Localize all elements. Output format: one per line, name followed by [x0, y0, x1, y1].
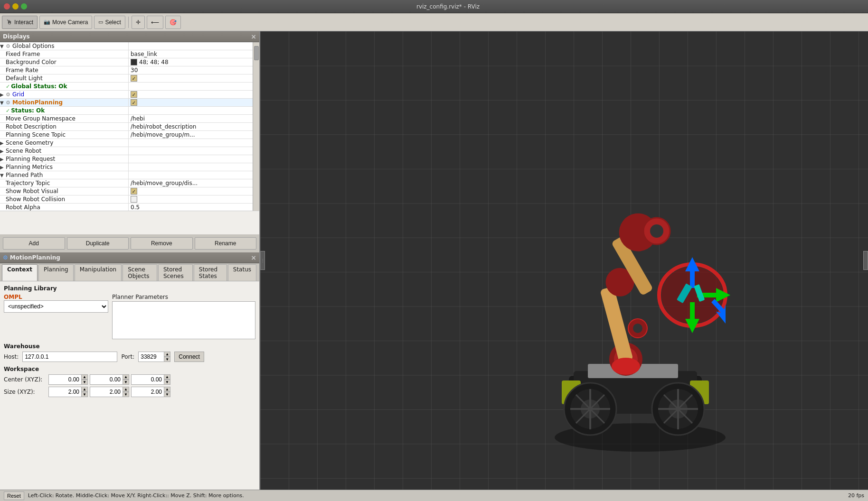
reset-button[interactable]: Reset: [4, 492, 24, 500]
port-input[interactable]: [138, 352, 164, 362]
expand-icon[interactable]: ▼: [0, 173, 6, 178]
tab-planning[interactable]: Planning: [38, 264, 74, 281]
tree-item-value: [128, 139, 253, 147]
motion-content: Planning Library OMPL <unspecified> Plan…: [0, 281, 259, 490]
scroll-thumb[interactable]: [254, 46, 259, 60]
displays-close[interactable]: ×: [251, 33, 256, 40]
size-x-decrement[interactable]: ▼: [81, 392, 88, 397]
center-z-increment[interactable]: ▲: [164, 374, 170, 380]
size-z-decrement[interactable]: ▼: [164, 392, 170, 397]
tree-item-show-robot-collision[interactable]: Show Robot Collision: [0, 195, 128, 203]
port-decrement[interactable]: ▼: [164, 357, 170, 362]
tree-item-trajectory-topic[interactable]: Trajectory Topic: [0, 179, 128, 187]
tab-manipulation[interactable]: Manipulation: [75, 264, 122, 281]
tree-item-value: [128, 107, 253, 114]
center-x-input[interactable]: [48, 374, 82, 385]
gear-icon: ⚙: [6, 100, 12, 106]
right-handle[interactable]: [863, 251, 868, 270]
tab-context[interactable]: Context: [2, 264, 38, 281]
expand-icon[interactable]: ▶: [0, 148, 6, 154]
tree-item-scene-geometry[interactable]: ▶ Scene Geometry: [0, 139, 128, 147]
checkbox-unchecked[interactable]: [131, 196, 137, 203]
host-input[interactable]: [22, 352, 117, 362]
tree-item-frame-rate[interactable]: Frame Rate: [0, 66, 128, 74]
camera2-button[interactable]: 🎯: [165, 16, 181, 29]
tree-item-motion-planning[interactable]: ▼ ⚙ MotionPlanning: [0, 99, 128, 106]
tree-item-scene-robot[interactable]: ▶ Scene Robot: [0, 147, 128, 155]
select-button[interactable]: ▭ Select: [94, 16, 125, 29]
table-row: Planning Scene Topic /hebi/move_group/m.…: [0, 131, 253, 139]
size-x-input[interactable]: [48, 387, 82, 397]
center-y-increment[interactable]: ▲: [123, 374, 129, 380]
size-z-input[interactable]: [131, 387, 164, 397]
checkbox-checked[interactable]: ✓: [131, 99, 137, 106]
checkbox-checked[interactable]: ✓: [131, 75, 137, 82]
move-camera-button[interactable]: 📷 Move Camera: [39, 16, 92, 29]
tree-item-show-robot-visual[interactable]: Show Robot Visual: [0, 187, 128, 195]
tree-item-planned-path[interactable]: ▼ Planned Path: [0, 171, 128, 179]
size-z-increment[interactable]: ▲: [164, 387, 170, 392]
tree-item-label: Robot Alpha: [6, 204, 40, 211]
drag-handle[interactable]: ⋮: [260, 251, 265, 270]
remove-display-button[interactable]: Remove: [131, 237, 193, 250]
tab-stored-scenes[interactable]: Stored Scenes: [158, 264, 193, 281]
planner-select[interactable]: <unspecified>: [4, 300, 108, 313]
move-icon-button[interactable]: ✛: [132, 16, 145, 29]
expand-icon[interactable]: ▼: [0, 44, 6, 49]
port-field: ▲ ▼: [138, 352, 170, 362]
minimize-button[interactable]: [12, 3, 19, 9]
checkbox-checked[interactable]: ✓: [131, 188, 137, 195]
size-x-increment[interactable]: ▲: [81, 387, 88, 392]
size-y-input[interactable]: [90, 387, 123, 397]
trajectory-topic-value: /hebi/move_group/dis...: [131, 180, 198, 186]
tab-status[interactable]: Status: [228, 264, 256, 281]
tree-item-grid[interactable]: ▶ ⚙ Grid: [0, 91, 128, 98]
host-label: Host:: [4, 353, 19, 360]
maximize-button[interactable]: [21, 3, 27, 9]
tree-item-planning-metrics[interactable]: ▶ Planning Metrics: [0, 163, 128, 171]
tab-stored-states[interactable]: Stored States: [194, 264, 227, 281]
add-display-button[interactable]: Add: [3, 237, 65, 250]
interact-button[interactable]: 🖱 Interact: [2, 16, 38, 29]
expand-icon[interactable]: ▶: [0, 140, 6, 146]
tree-item-planning-scene-topic[interactable]: Planning Scene Topic: [0, 131, 128, 139]
motion-panel-close[interactable]: ×: [251, 254, 256, 261]
center-x-increment[interactable]: ▲: [81, 374, 88, 380]
duplicate-display-button[interactable]: Duplicate: [67, 237, 129, 250]
center-y-decrement[interactable]: ▼: [123, 380, 129, 385]
expand-icon[interactable]: ▶: [0, 165, 6, 170]
tree-item-robot-desc[interactable]: Robot Description: [0, 123, 128, 130]
tree-item-status-ok[interactable]: ✓ Status: Ok: [0, 107, 128, 114]
tab-scene-objects[interactable]: Scene Objects: [123, 264, 157, 281]
tree-item-planning-request[interactable]: ▶ Planning Request: [0, 155, 128, 163]
expand-icon[interactable]: ▶: [0, 157, 6, 162]
center-z-decrement[interactable]: ▼: [164, 380, 170, 385]
size-y-increment[interactable]: ▲: [123, 387, 129, 392]
tree-item-global-options[interactable]: ▼ ⚙ Global Options: [0, 42, 128, 50]
center-z-input[interactable]: [131, 374, 164, 385]
center-x-decrement[interactable]: ▼: [81, 380, 88, 385]
displays-title: Displays: [3, 33, 30, 40]
connect-button[interactable]: Connect: [174, 352, 204, 362]
size-y-decrement[interactable]: ▼: [123, 392, 129, 397]
tree-item-default-light[interactable]: Default Light: [0, 74, 128, 82]
checkbox-checked[interactable]: ✓: [131, 91, 137, 98]
tree-item-label: Default Light: [6, 75, 43, 82]
port-increment[interactable]: ▲: [164, 352, 170, 357]
tree-item-move-group-ns[interactable]: Move Group Namespace: [0, 115, 128, 122]
tree-item-bg-color[interactable]: Background Color: [0, 58, 128, 66]
rename-display-button[interactable]: Rename: [195, 237, 257, 250]
axis-button[interactable]: ⟵: [147, 16, 163, 29]
center-y-input[interactable]: [90, 374, 123, 385]
tree-item-fixed-frame[interactable]: Fixed Frame: [0, 50, 128, 58]
size-z-spinners: ▲ ▼: [164, 387, 170, 397]
tree-item-global-status[interactable]: ✓ Global Status: Ok: [0, 83, 128, 90]
displays-scrollbar[interactable]: [253, 42, 259, 211]
tree-item-robot-alpha[interactable]: Robot Alpha: [0, 204, 128, 211]
displays-header: Displays ×: [0, 31, 259, 42]
viewport[interactable]: ⋮: [260, 31, 868, 490]
expand-icon[interactable]: ▼: [0, 100, 6, 105]
expand-icon[interactable]: ▶: [0, 92, 6, 97]
table-row: ▶ Scene Robot: [0, 147, 253, 155]
close-button[interactable]: [4, 3, 10, 9]
